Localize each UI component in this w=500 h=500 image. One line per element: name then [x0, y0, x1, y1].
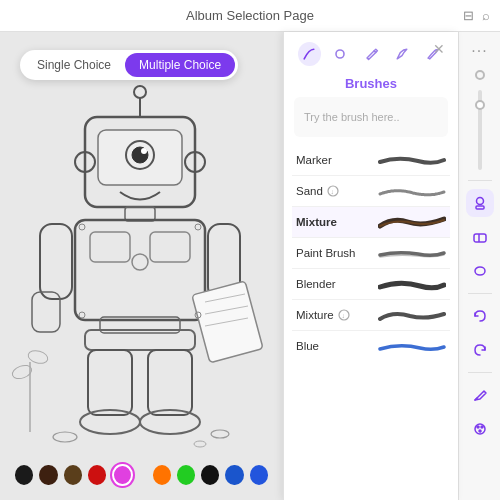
brush-icon-round[interactable]	[329, 42, 352, 66]
brushes-list: Marker Sand ↓	[284, 145, 458, 500]
color-green[interactable]	[177, 465, 195, 485]
brush-preview-blue	[376, 337, 446, 355]
try-brush-text: Try the brush here..	[304, 111, 400, 123]
svg-point-46	[475, 267, 485, 275]
svg-point-2	[134, 86, 146, 98]
brush-item-blue[interactable]: Blue	[292, 331, 450, 361]
svg-point-35	[79, 312, 85, 318]
more-options-icon[interactable]: ···	[471, 40, 487, 62]
brush-name-mixture2: Mixture ↓	[296, 309, 350, 321]
svg-point-29	[194, 441, 206, 447]
svg-point-50	[479, 430, 481, 432]
brush-icon-pen[interactable]	[390, 42, 413, 66]
svg-rect-14	[40, 224, 72, 299]
svg-point-37	[336, 50, 344, 58]
canvas-area[interactable]: Single Choice Multiple Choice	[0, 32, 283, 500]
brush-item-sand[interactable]: Sand ↓	[292, 176, 450, 207]
svg-text:↓: ↓	[341, 312, 345, 319]
undo-button[interactable]	[466, 302, 494, 330]
brush-item-marker[interactable]: Marker	[292, 145, 450, 176]
color-near-black[interactable]	[201, 465, 219, 485]
brush-item-mixture[interactable]: Mixture	[292, 207, 450, 238]
brush-item-blender[interactable]: Blender	[292, 269, 450, 300]
color-brown-dark[interactable]	[39, 465, 57, 485]
toolbar-divider-3	[468, 372, 492, 373]
size-slider[interactable]	[478, 90, 482, 170]
choice-bar: Single Choice Multiple Choice	[20, 50, 238, 80]
svg-rect-44	[474, 234, 486, 242]
brush-name-paintbrush: Paint Brush	[296, 247, 355, 259]
brush-name-sand: Sand ↓	[296, 185, 339, 197]
brushes-panel: ✕	[283, 32, 458, 500]
svg-point-24	[80, 410, 140, 434]
brush-item-paintbrush[interactable]: Paint Brush	[292, 238, 450, 269]
brush-name-blue: Blue	[296, 340, 319, 352]
brushes-title: Brushes	[284, 72, 458, 97]
svg-point-27	[53, 432, 77, 442]
multiple-choice-button[interactable]: Multiple Choice	[125, 53, 235, 77]
header-icons: ⊟ ⌕	[463, 8, 490, 23]
try-brush-area[interactable]: Try the brush here..	[294, 97, 448, 137]
sand-badge-icon: ↓	[327, 185, 339, 197]
window-icon[interactable]: ⊟	[463, 8, 474, 23]
stamp-button[interactable]	[466, 189, 494, 217]
svg-point-34	[195, 224, 201, 230]
color-dark-blue[interactable]	[250, 465, 268, 485]
brush-name-blender: Blender	[296, 278, 336, 290]
color-brown[interactable]	[64, 465, 82, 485]
header-title: Album Selection Page	[186, 8, 314, 23]
svg-point-33	[79, 224, 85, 230]
brush-icon-pencil[interactable]	[360, 42, 383, 66]
robot-illustration	[10, 62, 270, 452]
brush-name-mixture: Mixture	[296, 216, 337, 228]
svg-point-6	[141, 148, 147, 154]
toolbar-divider-1	[468, 180, 492, 181]
brush-preview-mixture	[376, 213, 446, 231]
right-toolbar: ···	[458, 32, 500, 500]
lasso-button[interactable]	[466, 257, 494, 285]
svg-rect-12	[150, 232, 190, 262]
svg-point-42	[476, 198, 483, 205]
color-palette-button[interactable]	[466, 415, 494, 443]
svg-point-48	[477, 426, 479, 428]
mixture2-badge-icon: ↓	[338, 309, 350, 321]
header: Album Selection Page ⊟ ⌕	[0, 0, 500, 32]
brush-name-marker: Marker	[296, 154, 332, 166]
main-area: Single Choice Multiple Choice	[0, 32, 500, 500]
brush-icon-marker[interactable]	[298, 42, 321, 66]
svg-text:↓: ↓	[330, 188, 334, 195]
search-icon[interactable]: ⌕	[482, 8, 490, 23]
color-red[interactable]	[88, 465, 106, 485]
brush-preview-marker	[376, 151, 446, 169]
svg-point-13	[132, 254, 148, 270]
svg-rect-43	[476, 206, 484, 209]
pen-button[interactable]	[466, 381, 494, 409]
brush-preview-mixture2	[376, 306, 446, 324]
svg-point-28	[211, 430, 229, 438]
svg-rect-25	[148, 350, 192, 415]
brush-preview-sand	[376, 182, 446, 200]
redo-button[interactable]	[466, 336, 494, 364]
size-slider-thumb	[475, 100, 485, 110]
svg-rect-23	[88, 350, 132, 415]
color-orange[interactable]	[153, 465, 171, 485]
brush-item-mixture2[interactable]: Mixture ↓	[292, 300, 450, 331]
brush-preview-paintbrush	[376, 244, 446, 262]
close-icon[interactable]: ✕	[430, 40, 448, 58]
color-bar	[10, 464, 273, 486]
color-black[interactable]	[15, 465, 33, 485]
svg-rect-11	[90, 232, 130, 262]
svg-point-26	[140, 410, 200, 434]
eraser-button[interactable]	[466, 223, 494, 251]
svg-point-49	[481, 426, 483, 428]
brush-preview-blender	[376, 275, 446, 293]
color-blue[interactable]	[225, 465, 243, 485]
size-indicator	[475, 70, 485, 80]
color-pink[interactable]	[112, 464, 132, 486]
single-choice-button[interactable]: Single Choice	[23, 53, 125, 77]
toolbar-divider-2	[468, 293, 492, 294]
